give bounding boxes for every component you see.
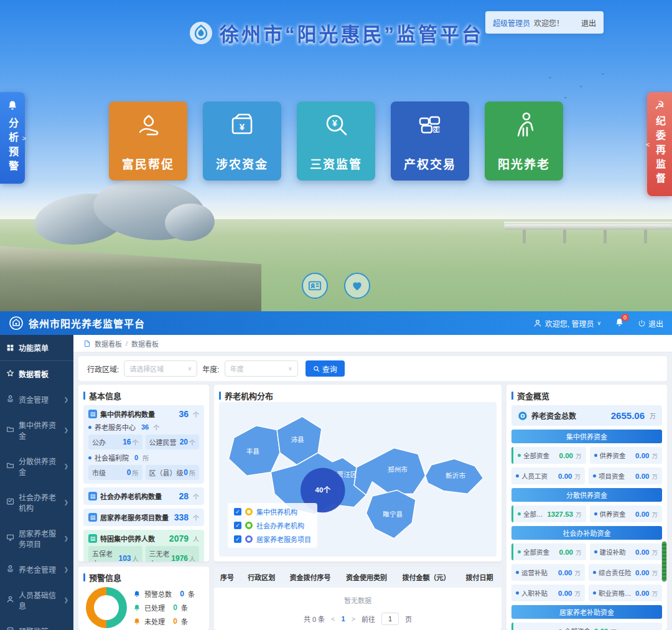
breadcrumb-separator: / xyxy=(126,340,128,347)
scenery-bird: ⌄ xyxy=(600,70,605,76)
star-icon xyxy=(6,369,14,379)
fund-payment-table-panel: 序号行政区划资金拨付序号资金使用类别拨付金额（元）拨付日期 暂无数据 共 0 条… xyxy=(214,567,502,630)
sidebar-item[interactable]: 居家养老服务项目❯ xyxy=(0,520,73,557)
sub-stat-value: 103 xyxy=(118,554,131,562)
bell-icon xyxy=(133,618,141,625)
sidebar-item[interactable]: 资金管理❯ xyxy=(0,387,73,412)
table-header-cell: 资金使用类别 xyxy=(340,567,396,588)
dashboard-header: 徐州市阳光养老监管平台 欢迎您, 管理员 ∨ 0 退出 xyxy=(0,311,672,335)
person-icon xyxy=(6,595,14,605)
chevron-right-icon: ❯ xyxy=(63,535,68,542)
card-icon: ▤ xyxy=(88,513,97,522)
bullet-value: 0 xyxy=(134,454,138,461)
sidebar-item[interactable]: 社会办养老机构❯ xyxy=(0,484,73,520)
pagination-prev-button[interactable]: < xyxy=(331,615,335,623)
tile-label: 三资监管 xyxy=(310,155,362,172)
sub-stat-cell: 公办16个 xyxy=(88,435,142,449)
main-content: 数据看板 / 数据看板 行政区域: 请选择区域 ∨ 年度: 年度 ∨ xyxy=(73,335,672,630)
checked-checkbox[interactable]: ✓ xyxy=(234,508,241,515)
basic-info-panel: 基本信息 ▤集中供养机构数量36个养老服务中心36个公办16个公建民营20个社会… xyxy=(78,385,209,562)
table-header-cell: 拨付日期 xyxy=(460,567,502,588)
fund-total-unit: 万 xyxy=(650,411,656,420)
map-legend: ✓集中供养机构✓社会办养老机构✓居家养老服务项目 xyxy=(228,503,317,548)
map-legend-item[interactable]: ✓居家养老服务项目 xyxy=(234,534,311,544)
chevron-down-icon: ∨ xyxy=(288,365,292,372)
warning-stat-row: 已处理0条 xyxy=(133,603,195,613)
fund-stat-value: 0.00 xyxy=(558,472,572,480)
sidebar-item-label: 集中供养资金 xyxy=(19,420,59,441)
hero-tile-1[interactable]: 富民帮促 xyxy=(109,101,187,181)
table-empty-text: 暂无数据 xyxy=(214,588,502,610)
fund-stat-cell: 全部资金0.00万 xyxy=(511,447,586,464)
fund-overview-panel: 资金概览 养老资金总数 2655.06 万 集中供养资金全部资金0.00万供养资… xyxy=(506,385,667,630)
year-select[interactable]: 年度 ∨ xyxy=(225,360,298,377)
heart-circle-button[interactable] xyxy=(344,273,370,299)
folder-icon xyxy=(6,461,14,471)
chevron-right-icon: ❯ xyxy=(63,597,68,603)
map-legend-item[interactable]: ✓集中供养机构 xyxy=(234,507,311,517)
fund-stat-value: 0.00 xyxy=(635,510,649,518)
fund-stat-value: 0.00 xyxy=(559,548,573,556)
card-unit: 个 xyxy=(193,513,199,522)
hero-logout-button[interactable]: 退出 xyxy=(581,17,596,28)
table-header-cell: 资金拨付序号 xyxy=(284,567,340,588)
pagination-page-input[interactable] xyxy=(381,613,399,625)
pagination-goto-label: 前往 xyxy=(362,614,375,624)
fund-stat-cell: 供养资金0.00万 xyxy=(590,447,663,464)
map-pin-icon xyxy=(245,535,253,543)
region-filter-label: 行政区域: xyxy=(87,364,119,374)
card-unit: 人 xyxy=(193,534,199,543)
fund-stat-value: 0.00 xyxy=(635,569,649,576)
sidebar-item[interactable]: 人员基础信息❯ xyxy=(0,582,73,618)
logout-button[interactable]: 退出 xyxy=(638,318,663,329)
sidebar-item[interactable]: 数据看板 xyxy=(0,361,73,387)
sidebar-item[interactable]: 集中供养资金❯ xyxy=(0,412,73,448)
power-icon xyxy=(638,319,646,327)
sidebar-item[interactable]: 养老金管理❯ xyxy=(0,557,73,582)
sub-stat-cell: 三无老人1976人 xyxy=(146,546,200,562)
scenery-bird: ⌄ xyxy=(548,73,553,80)
fund-stat-value: 0.00 xyxy=(594,628,608,630)
chevron-right-icon: ❯ xyxy=(63,427,68,433)
folder-icon xyxy=(6,425,14,435)
fund-section-header: 居家养老补助资金 xyxy=(511,605,662,619)
user-menu[interactable]: 欢迎您, 管理员 ∨ xyxy=(533,318,601,329)
basic-info-card: ▤居家养老服务项目数量338个 xyxy=(83,509,204,526)
map-legend-item[interactable]: ✓社会办养老机构 xyxy=(234,520,311,530)
hero-logo-icon xyxy=(189,21,213,45)
hero-tile-3[interactable]: ¥三资监管 xyxy=(297,101,375,181)
sidebar-item[interactable]: 分散供养资金❯ xyxy=(0,448,73,484)
pagination-total: 共 0 条 xyxy=(304,614,325,624)
doc-icon xyxy=(83,340,91,347)
card-icon: ▤ xyxy=(88,534,97,543)
bullet-value: 36 xyxy=(141,423,149,431)
checked-checkbox[interactable]: ✓ xyxy=(234,522,241,529)
query-button[interactable]: 查询 xyxy=(306,360,345,377)
pagination-page-1[interactable]: 1 xyxy=(342,615,345,623)
hero-tile-4[interactable]: 交易产权交易 xyxy=(391,101,469,181)
sidebar-item-label: 居家养老服务项目 xyxy=(19,528,59,549)
fund-stat-label: 人员工资 xyxy=(521,471,548,481)
fund-stat-label: 入职补贴 xyxy=(521,588,548,598)
welcome-text: 欢迎您, 管理员 xyxy=(545,318,594,329)
scrollbar-thumb[interactable] xyxy=(662,542,666,581)
pagination-next-button[interactable]: > xyxy=(352,615,355,623)
hero-tile-5[interactable]: 阳光养老 xyxy=(485,101,563,181)
bell-icon xyxy=(133,604,141,611)
sidebar-menu-header: 功能菜单 xyxy=(0,335,73,361)
sidebar-item-label: 预警监管 xyxy=(19,626,49,630)
app-screen: ⌄ ⌄ ⌄ ⌄ 徐州市“阳光惠民”监管平台 超级管理员 欢迎您！ 退出 分析预警… xyxy=(0,0,672,630)
fund-overview-title: 资金概览 xyxy=(511,390,662,402)
idcard-circle-button[interactable] xyxy=(302,273,328,299)
notification-badge: 0 xyxy=(621,314,629,321)
region-select[interactable]: 请选择区域 ∨ xyxy=(124,360,197,377)
notifications-button[interactable]: 0 xyxy=(615,317,624,329)
checked-checkbox[interactable]: ✓ xyxy=(234,535,241,543)
fund-stat-cell: 职业资格补贴0.00万 xyxy=(589,585,662,601)
sidebar-item[interactable]: 预警监管 xyxy=(0,618,73,630)
map-legend-label: 社会办养老机构 xyxy=(256,520,304,530)
hero-tile-2[interactable]: ¥涉农资金 xyxy=(203,101,281,181)
fund-total-row: 养老资金总数 2655.06 万 xyxy=(511,405,662,426)
warning-stat-value: 0 xyxy=(169,617,177,626)
breadcrumb-root[interactable]: 数据看板 xyxy=(95,339,122,349)
